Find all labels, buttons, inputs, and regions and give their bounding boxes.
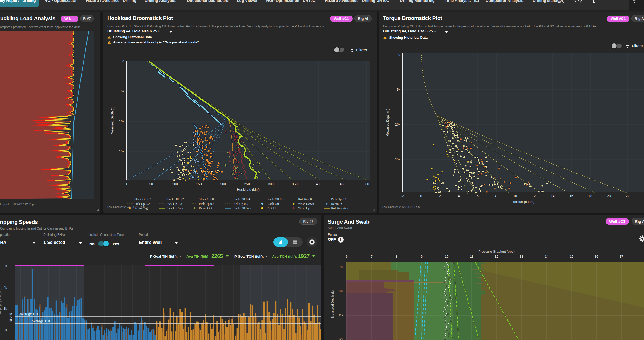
svg-text:400: 400 [316,182,321,186]
svg-text:3k: 3k [4,307,7,310]
svg-text:16: 16 [595,254,598,258]
svg-text:Wash Down: Wash Down [298,202,314,206]
svg-text:Hookload (klbf): Hookload (klbf) [237,188,259,192]
svg-text:2: 2 [439,194,441,198]
svg-text:150: 150 [196,182,202,186]
svg-text:500: 500 [364,182,369,186]
svg-text:0: 0 [122,60,124,63]
svg-text:8: 8 [395,254,397,258]
svg-text:Pick Up Avg: Pick Up Avg [166,206,183,210]
svg-text:Slack Off 0.2: Slack Off 0.2 [166,197,184,201]
svg-text:12k: 12k [338,337,344,340]
svg-text:9: 9 [421,254,422,258]
svg-text:10k: 10k [119,120,124,123]
svg-text:Measured Depth (ft): Measured Depth (ft) [386,109,390,137]
svg-text:17: 17 [620,254,623,258]
svg-text:22: 22 [626,194,629,198]
svg-text:Ream In: Ream In [331,202,342,206]
svg-text:10k: 10k [338,289,344,293]
svg-text:11k: 11k [339,313,344,317]
svg-text:10k: 10k [395,123,400,126]
svg-text:Torque (ft-klbf): Torque (ft-klbf) [513,200,534,204]
svg-text:20: 20 [607,194,611,198]
svg-text:Pick Up 0.4: Pick Up 0.4 [199,202,214,206]
svg-text:Slack Off 0.5: Slack Off 0.5 [267,197,284,201]
svg-text:2k: 2k [4,328,7,332]
svg-text:8: 8 [495,194,497,198]
svg-text:Average TIH: Average TIH [20,312,38,316]
svg-text:200: 200 [220,182,226,186]
svg-text:Pick Up 0.5: Pick Up 0.5 [233,202,248,206]
svg-text:Slack Off: Slack Off [267,202,279,206]
svg-text:0: 0 [420,194,422,198]
svg-text:13: 13 [520,254,523,258]
svg-text:Slack Off 0.4: Slack Off 0.4 [233,197,250,201]
svg-text:Wash Up: Wash Up [298,206,310,210]
svg-text:15k: 15k [395,158,400,161]
svg-text:250: 250 [244,182,250,186]
svg-text:350: 350 [292,182,298,186]
svg-text:7: 7 [371,254,372,258]
svg-text:Measured Depth (ft): Measured Depth (ft) [331,290,334,318]
svg-text:15k: 15k [119,149,124,153]
svg-text:Measured Depth (ft): Measured Depth (ft) [111,107,114,134]
svg-text:300: 300 [268,182,274,186]
svg-text:4k: 4k [4,286,7,289]
svg-text:Tripping Speed (ft/h): Tripping Speed (ft/h) [0,289,2,315]
svg-text:Rotating Avg: Rotating Avg [331,206,348,210]
svg-text:6: 6 [346,254,347,258]
svg-text:14: 14 [545,254,548,258]
svg-text:6: 6 [477,194,478,198]
svg-text:5k: 5k [397,88,400,91]
svg-text:12: 12 [495,254,498,258]
svg-text:9k: 9k [340,265,344,269]
svg-text:Pick Up 0.3: Pick Up 0.3 [166,202,182,206]
svg-text:14: 14 [551,194,554,198]
svg-text:Slack Off Avg: Slack Off Avg [233,206,251,210]
svg-text:15: 15 [570,254,573,258]
svg-text:18: 18 [588,194,592,198]
svg-text:Slack Off 0.1: Slack Off 0.1 [134,197,152,201]
svg-text:-2: -2 [401,194,404,198]
svg-text:4: 4 [458,194,460,198]
svg-text:BHA 5: BHA 5 [9,313,13,322]
svg-text:Ream Out: Ream Out [199,206,212,210]
svg-text:450: 450 [340,182,345,186]
svg-text:Pressure Gradient (ppg): Pressure Gradient (ppg) [478,250,514,253]
svg-text:0: 0 [398,53,400,57]
svg-text:Average TOH: Average TOH [32,319,51,323]
svg-text:11: 11 [470,254,473,258]
svg-text:Pick Up 0.1: Pick Up 0.1 [331,197,346,201]
svg-text:Slack Off 0.3: Slack Off 0.3 [199,197,216,201]
svg-text:100: 100 [172,182,178,186]
svg-text:0: 0 [126,182,128,186]
svg-text:5k: 5k [121,89,124,93]
svg-text:12: 12 [532,194,536,198]
svg-text:5k: 5k [4,264,7,268]
svg-text:Pick Up: Pick Up [267,206,277,210]
svg-text:16: 16 [569,194,573,198]
svg-text:50: 50 [149,182,153,186]
svg-text:Pick Up 0.2: Pick Up 0.2 [134,202,150,206]
svg-text:Rotating 0: Rotating 0 [298,197,312,201]
svg-text:10: 10 [445,254,448,258]
svg-text:10: 10 [513,194,517,198]
